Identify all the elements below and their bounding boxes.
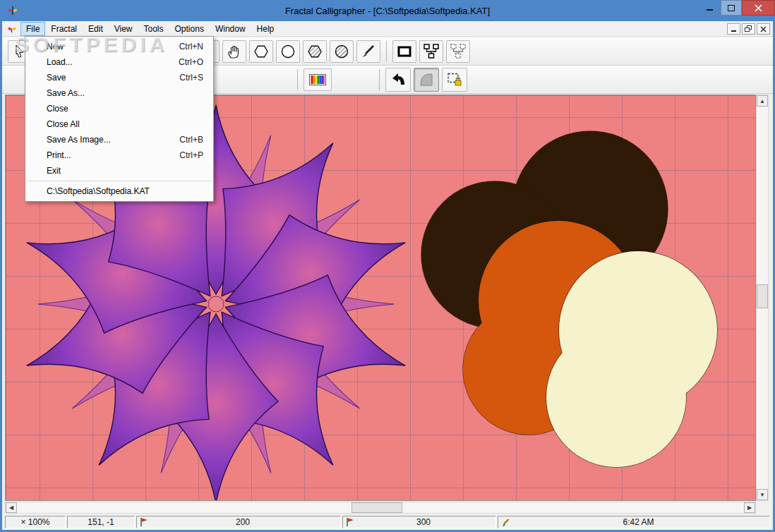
menu-separator bbox=[27, 181, 212, 181]
maximize-icon bbox=[728, 5, 735, 11]
zoom-level: × 100% bbox=[8, 517, 62, 527]
menu-item-shortcut: Ctrl+S bbox=[179, 73, 203, 83]
menu-item-new[interactable]: NewCtrl+N bbox=[25, 39, 213, 54]
menu-item-save[interactable]: SaveCtrl+S bbox=[25, 70, 213, 85]
tree-solid-tool-button[interactable] bbox=[419, 40, 443, 63]
menu-item-print[interactable]: Print...Ctrl+P bbox=[25, 147, 213, 163]
hand-icon bbox=[226, 43, 243, 60]
window-title: Fractal Calligrapher - [C:\Softpedia\Sof… bbox=[0, 6, 775, 16]
curve-icon bbox=[418, 71, 435, 88]
menu-item-shortcut: Ctrl+P bbox=[179, 150, 203, 160]
menu-item-label: Close All bbox=[47, 119, 80, 129]
hexagon-icon bbox=[253, 43, 270, 60]
scroll-up-button[interactable]: ▲ bbox=[757, 95, 768, 107]
minimize-icon bbox=[707, 4, 714, 11]
hatched-ellipse-icon bbox=[333, 43, 350, 60]
ellipse-icon bbox=[280, 43, 296, 60]
frame-tool-button[interactable] bbox=[392, 40, 416, 63]
status-cursor-panel: 151, -1 bbox=[67, 516, 135, 528]
hexagon-tool-button[interactable] bbox=[249, 40, 273, 63]
menu-item-label: Print... bbox=[47, 150, 71, 160]
smooth-curve-button[interactable] bbox=[414, 68, 439, 92]
status-bar: × 100% 151, -1 200 300 6:42 AM bbox=[2, 514, 773, 530]
scroll-right-button[interactable]: ▶ bbox=[744, 502, 755, 513]
menu-item-label: Save As... bbox=[47, 88, 85, 98]
menu-view[interactable]: View bbox=[109, 22, 138, 36]
tree-dashed-tool-button[interactable] bbox=[446, 40, 470, 63]
cursor-coordinates: 151, -1 bbox=[71, 517, 131, 527]
menu-fractal[interactable]: Fractal bbox=[45, 22, 83, 36]
undo-arrow-icon bbox=[390, 71, 407, 88]
scroll-down-button[interactable]: ▼ bbox=[757, 489, 768, 500]
rainbow-palette-icon bbox=[308, 71, 328, 88]
hatched-hexagon-icon bbox=[306, 43, 323, 60]
pencil-icon bbox=[501, 518, 510, 527]
mdi-restore-icon bbox=[745, 25, 752, 32]
color-palette-button[interactable] bbox=[304, 68, 332, 91]
menu-item-load[interactable]: Load...Ctrl+O bbox=[25, 54, 213, 70]
menu-item-shortcut: Ctrl+B bbox=[179, 135, 203, 145]
menu-help[interactable]: Help bbox=[251, 22, 280, 36]
menu-item-shortcut: Ctrl+N bbox=[179, 42, 203, 52]
status-marker1-panel: 200 bbox=[136, 516, 341, 528]
hatched-ellipse-tool-button[interactable] bbox=[330, 40, 354, 63]
close-icon bbox=[755, 4, 762, 12]
menu-item-label: Close bbox=[47, 104, 68, 114]
menu-item-exit[interactable]: Exit bbox=[25, 163, 213, 179]
flag-icon bbox=[140, 517, 148, 527]
recent-file-path: C:\Softpedia\Softpedia.KAT bbox=[47, 186, 150, 196]
menu-tools[interactable]: Tools bbox=[138, 22, 169, 36]
toolbar-separator bbox=[379, 69, 380, 90]
marker1-value: 200 bbox=[148, 517, 337, 527]
toolbar-separator bbox=[297, 69, 298, 90]
menu-item-shortcut: Ctrl+O bbox=[179, 57, 203, 67]
close-button[interactable] bbox=[742, 0, 775, 16]
menu-item-label: Save As Image... bbox=[47, 135, 111, 145]
mdi-close-button[interactable] bbox=[757, 23, 770, 35]
horizontal-scroll-thumb[interactable] bbox=[352, 502, 402, 513]
app-window: Fractal Calligrapher - [C:\Softpedia\Sof… bbox=[0, 0, 775, 532]
menu-item-label: Load... bbox=[47, 57, 73, 67]
menu-window[interactable]: Window bbox=[210, 22, 251, 36]
frame-icon bbox=[396, 43, 413, 60]
menu-file[interactable]: File bbox=[20, 22, 45, 36]
flag-icon bbox=[346, 517, 354, 527]
mdi-restore-button[interactable] bbox=[742, 23, 755, 35]
toolbar-separator bbox=[386, 41, 387, 62]
status-time-panel: 6:42 AM bbox=[498, 516, 770, 528]
menu-item-save-as[interactable]: Save As... bbox=[25, 85, 213, 101]
scroll-left-button[interactable]: ◀ bbox=[6, 502, 17, 513]
menu-options[interactable]: Options bbox=[169, 22, 210, 36]
status-zoom-panel: × 100% bbox=[5, 516, 66, 528]
horizontal-scrollbar[interactable]: ◀ ▶ bbox=[5, 502, 756, 514]
pen-tool-button[interactable] bbox=[356, 40, 380, 63]
client-area: File Fractal Edit View Tools Options Win… bbox=[2, 21, 773, 530]
vertical-scrollbar[interactable]: ▲ ▼ bbox=[756, 95, 769, 501]
clock-time: 6:42 AM bbox=[510, 517, 767, 527]
menu-item-close-all[interactable]: Close All bbox=[25, 116, 213, 132]
mdi-minimize-button[interactable] bbox=[727, 23, 740, 35]
flower-center bbox=[208, 296, 224, 312]
document-icon bbox=[6, 23, 18, 35]
minimize-button[interactable] bbox=[699, 0, 721, 16]
lock-selection-button[interactable] bbox=[442, 68, 467, 92]
maximize-button[interactable] bbox=[721, 0, 742, 16]
tree-solid-icon bbox=[423, 43, 440, 60]
undo-button[interactable] bbox=[385, 68, 411, 92]
marker2-value: 300 bbox=[354, 517, 493, 527]
ellipse-tool-button[interactable] bbox=[276, 40, 300, 63]
mdi-close-icon bbox=[760, 26, 767, 32]
menu-item-close[interactable]: Close bbox=[25, 101, 213, 116]
pen-icon bbox=[360, 43, 377, 60]
vertical-scroll-thumb[interactable] bbox=[757, 284, 768, 308]
menu-item-label: New bbox=[47, 42, 64, 52]
menu-item-recent-file[interactable]: C:\Softpedia\Softpedia.KAT bbox=[25, 183, 213, 199]
hatched-hexagon-tool-button[interactable] bbox=[303, 40, 327, 63]
menu-item-label: Save bbox=[47, 73, 66, 83]
file-menu-dropdown: NewCtrl+N Load...Ctrl+O SaveCtrl+S Save … bbox=[25, 36, 214, 202]
tree-dashed-icon bbox=[450, 43, 467, 60]
menu-item-save-as-image[interactable]: Save As Image...Ctrl+B bbox=[25, 132, 213, 147]
menu-edit[interactable]: Edit bbox=[83, 22, 109, 36]
menu-bar: File Fractal Edit View Tools Options Win… bbox=[2, 21, 773, 37]
hand-tool-button[interactable] bbox=[222, 40, 246, 63]
